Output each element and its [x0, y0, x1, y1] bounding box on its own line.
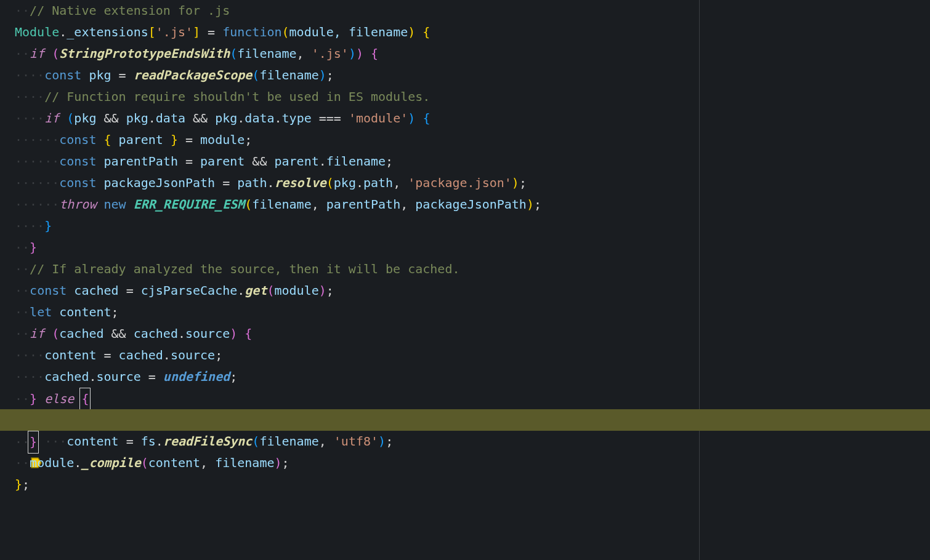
- property: source: [96, 369, 140, 384]
- code-line[interactable]: ······const parentPath = parent && paren…: [0, 151, 930, 172]
- property: path: [363, 175, 393, 190]
- code-line[interactable]: ····cached.source = undefined;: [0, 366, 930, 388]
- identifier: parent: [274, 154, 318, 169]
- identifier: content: [44, 348, 96, 362]
- constant: undefined: [163, 369, 230, 384]
- identifier: packageJsonPath: [415, 197, 527, 212]
- keyword: const: [59, 132, 96, 147]
- string: 'module': [349, 111, 408, 126]
- keyword: if: [44, 111, 59, 126]
- function-call: readPackageScope: [134, 68, 253, 82]
- identifier: pkg: [126, 111, 148, 126]
- code-line[interactable]: ····}: [0, 215, 930, 237]
- keyword: const: [59, 175, 96, 190]
- identifier: cached: [119, 348, 163, 362]
- keyword: function: [222, 25, 281, 39]
- keyword: const: [30, 283, 67, 298]
- identifier: module: [30, 455, 74, 470]
- identifier: cjsParseCache: [141, 283, 238, 298]
- identifier: pkg: [89, 68, 111, 82]
- code-line[interactable]: ··}: [0, 431, 930, 452]
- identifier: filename: [237, 46, 296, 61]
- identifier: module: [200, 132, 245, 147]
- code-line[interactable]: ····const pkg = readPackageScope(filenam…: [0, 65, 930, 86]
- string: 'package.json': [408, 175, 512, 190]
- code-line[interactable]: ··// If already analyzed the source, the…: [0, 258, 930, 280]
- comment: // Function require shouldn't be used in…: [44, 89, 430, 104]
- property: source: [171, 348, 215, 362]
- code-line[interactable]: ··} else {: [0, 388, 930, 409]
- property: source: [185, 326, 230, 341]
- function-call: resolve: [274, 175, 326, 190]
- code-line[interactable]: ··}: [0, 237, 930, 258]
- code-line[interactable]: ··// Native extension for .js: [0, 0, 930, 22]
- code-line[interactable]: ··if (StringPrototypeEndsWith(filename, …: [0, 43, 930, 65]
- identifier: Module: [15, 25, 59, 39]
- property: data: [156, 111, 185, 126]
- code-line[interactable]: ··if (cached && cached.source) {: [0, 323, 930, 345]
- code-line[interactable]: Module._extensions['.js'] = function(mod…: [0, 22, 930, 43]
- comment: // Native extension for .js: [30, 3, 230, 18]
- keyword: throw: [59, 197, 96, 212]
- property: type: [282, 111, 312, 126]
- keyword: const: [59, 154, 96, 169]
- identifier: cached: [134, 326, 178, 341]
- identifier: parentPath: [104, 154, 178, 169]
- identifier: pkg: [215, 111, 237, 126]
- identifier: content: [148, 455, 200, 470]
- bracket-match: }: [28, 431, 39, 454]
- code-line[interactable]: ····content = cached.source;: [0, 345, 930, 366]
- identifier: cached: [44, 369, 89, 384]
- comment: // If already analyzed the source, then …: [30, 262, 459, 276]
- keyword: const: [44, 68, 81, 82]
- code-line[interactable]: ··const cached = cjsParseCache.get(modul…: [0, 280, 930, 302]
- function-call: _compile: [81, 455, 140, 470]
- code-line[interactable]: ······throw new ERR_REQUIRE_ESM(filename…: [0, 194, 930, 215]
- code-editor[interactable]: ··// Native extension for .js Module._ex…: [0, 0, 930, 560]
- identifier: filename: [259, 68, 318, 82]
- function-call: get: [245, 283, 267, 298]
- class-name: ERR_REQUIRE_ESM: [134, 197, 245, 212]
- identifier: path: [237, 175, 267, 190]
- keyword: if: [30, 326, 44, 341]
- identifier: pkg: [74, 111, 96, 126]
- code-line[interactable]: ··let content;: [0, 302, 930, 323]
- identifier: parentPath: [326, 197, 400, 212]
- identifier: filename: [215, 455, 274, 470]
- string: '.js': [312, 46, 349, 61]
- code-line[interactable]: ······const packageJsonPath = path.resol…: [0, 172, 930, 194]
- string: '.js': [156, 25, 193, 39]
- keyword: new: [104, 197, 126, 212]
- code-line[interactable]: ··module._compile(content, filename);: [0, 452, 930, 474]
- identifier: cached: [59, 326, 103, 341]
- identifier: pkg: [334, 175, 356, 190]
- keyword: else: [44, 391, 74, 406]
- keyword: let: [30, 305, 52, 319]
- code-line[interactable]: ······const { parent } = module;: [0, 129, 930, 151]
- code-line[interactable]: };: [0, 474, 930, 495]
- bracket-match: {: [79, 388, 91, 410]
- params: module, filename: [289, 25, 408, 39]
- property: data: [245, 111, 274, 126]
- identifier: parent: [200, 154, 245, 169]
- code-line-current[interactable]: ···content = fs.readFileSync(filename, '…: [0, 409, 930, 431]
- function-call: StringPrototypeEndsWith: [59, 46, 230, 61]
- keyword: if: [30, 46, 44, 61]
- identifier: filename: [252, 197, 311, 212]
- identifier: cached: [74, 283, 118, 298]
- property: filename: [326, 154, 386, 169]
- code-line[interactable]: ····if (pkg && pkg.data && pkg.data.type…: [0, 108, 930, 129]
- identifier: content: [59, 305, 111, 319]
- code-line[interactable]: ····// Function require shouldn't be use…: [0, 86, 930, 108]
- identifier: parent: [119, 132, 163, 147]
- identifier: packageJsonPath: [104, 175, 216, 190]
- property: _extensions: [67, 25, 148, 39]
- identifier: module: [275, 283, 319, 298]
